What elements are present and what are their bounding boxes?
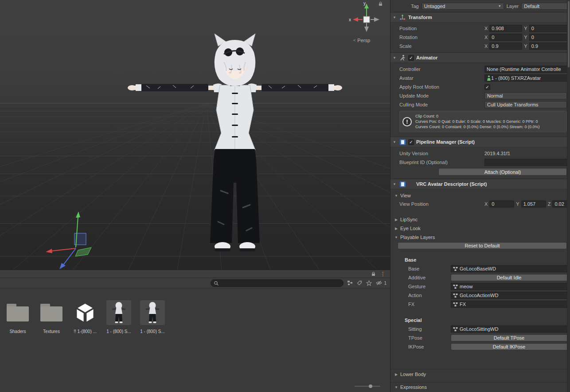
- asset-zoom-slider[interactable]: [355, 386, 380, 387]
- vrc-descriptor-header[interactable]: ▼ VRC Avatar Descriptor (Script): [390, 179, 567, 189]
- property-label: Rotation: [399, 35, 484, 40]
- project-content[interactable]: Shaders Textures !! 1-(800) ...: [0, 288, 390, 392]
- animator-header[interactable]: ▼ ✓ Animator: [390, 53, 567, 63]
- property-label: Unity Version: [399, 151, 484, 156]
- lower-body-foldout[interactable]: ▶ Lower Body: [390, 369, 567, 379]
- gizmo-y-label[interactable]: y: [363, 1, 366, 6]
- asset-unity-package[interactable]: !! 1-(800) ...: [71, 299, 99, 334]
- scene-view[interactable]: y x < Persp: [0, 0, 390, 270]
- asset-prefab-2[interactable]: 1 - (800) S...: [138, 299, 167, 334]
- asset-label: Shaders: [9, 329, 26, 334]
- lipsync-foldout[interactable]: ▶ LipSync: [390, 216, 567, 223]
- info-line: Clip Count: 0: [415, 114, 540, 119]
- asset-folder-shaders[interactable]: Shaders: [4, 299, 32, 334]
- button-label: Default Idle: [497, 275, 522, 280]
- animator-controller-icon: [453, 267, 458, 271]
- view-z-field[interactable]: 0.02: [552, 200, 567, 208]
- axis-label: Y: [524, 26, 527, 31]
- axis-gizmo: [46, 212, 91, 269]
- button-label: Reset to Default: [465, 243, 500, 248]
- apply-root-motion-checkbox[interactable]: ✓: [484, 84, 490, 90]
- check-icon: ✓: [409, 55, 413, 60]
- panel-lock-icon[interactable]: [371, 271, 376, 276]
- axis-label: Y: [524, 43, 527, 49]
- scrollbar-thumb[interactable]: [568, 1, 570, 67]
- foldout-label: View: [400, 193, 411, 198]
- eye-look-foldout[interactable]: ▶ Eye Look: [390, 224, 567, 232]
- property-label: View Position: [399, 201, 484, 207]
- animator-controller-icon: [453, 293, 458, 298]
- fx-controller-field[interactable]: FX: [451, 301, 567, 308]
- search-input[interactable]: [211, 279, 344, 287]
- gesture-controller-field[interactable]: meow: [451, 283, 567, 290]
- scale-y-field[interactable]: 0.9: [529, 43, 567, 50]
- script-icon: [399, 138, 406, 145]
- scene-canvas: y x: [0, 0, 390, 270]
- button-label: Attach (Optional): [484, 169, 521, 175]
- update-mode-dropdown[interactable]: Normal: [484, 92, 567, 99]
- transform-header[interactable]: ▼ Transform: [390, 12, 567, 23]
- foldout-icon[interactable]: ▼: [392, 182, 397, 186]
- gizmo-lock-icon[interactable]: [378, 1, 383, 6]
- property-label: Blueprint ID (Optional): [399, 160, 484, 165]
- rotation-y-field[interactable]: 0: [529, 34, 567, 41]
- search-by-label-icon[interactable]: [357, 280, 362, 286]
- foldout-icon[interactable]: ▼: [392, 56, 397, 60]
- additive-default-button[interactable]: Default Idle: [451, 274, 567, 281]
- inspector-scrollbar[interactable]: [567, 0, 570, 392]
- tpose-default-button[interactable]: Default TPose: [451, 334, 567, 341]
- expressions-foldout[interactable]: ▼ Expressions: [390, 382, 567, 392]
- layer-dropdown[interactable]: Default: [521, 3, 567, 10]
- culling-mode-dropdown[interactable]: Cull Update Transforms: [484, 101, 567, 108]
- blueprint-id-field[interactable]: [484, 159, 567, 166]
- vrc-avatar-descriptor-component: ▼ VRC Avatar Descriptor (Script) ▼ View …: [390, 179, 567, 392]
- position-y-field[interactable]: 0: [529, 25, 567, 32]
- search-by-type-icon[interactable]: [347, 280, 353, 286]
- property-label: Controller: [399, 67, 484, 72]
- zoom-slider-knob[interactable]: [369, 384, 372, 388]
- property-label: Gesture: [408, 284, 451, 289]
- pipeline-enabled-checkbox[interactable]: ✓: [408, 139, 414, 145]
- asset-folder-textures[interactable]: Textures: [37, 299, 66, 334]
- avatar-object-field[interactable]: 1 - (800) STXRZAvatar: [484, 74, 567, 82]
- attach-button[interactable]: Attach (Optional): [438, 168, 567, 176]
- action-controller-field[interactable]: GoLocoActionWD: [451, 292, 567, 299]
- tag-dropdown[interactable]: Untagged ▼: [422, 3, 504, 10]
- sitting-layer-row: Sitting GoLocoSittingWD: [390, 325, 567, 333]
- scene-orientation-gizmo[interactable]: y x: [349, 1, 379, 32]
- panel-menu-icon[interactable]: ⋮: [380, 271, 386, 277]
- script-icon: [399, 180, 406, 188]
- perspective-toggle[interactable]: < Persp: [353, 38, 370, 43]
- base-controller-field[interactable]: GoLocoBaseWD: [451, 265, 567, 272]
- component-title: Animator: [416, 55, 437, 60]
- animator-controller-icon: [453, 327, 458, 332]
- view-y-field[interactable]: 1.057: [521, 200, 546, 208]
- asset-label: 1 - (800) S...: [140, 329, 165, 334]
- pipeline-manager-header[interactable]: ▼ ✓ Pipeline Manager (Script): [390, 137, 567, 147]
- reset-to-default-button[interactable]: Reset to Default: [398, 242, 567, 249]
- rotation-x-field[interactable]: 0: [489, 34, 522, 41]
- field-value: 0.02: [554, 201, 564, 207]
- animator-enabled-checkbox[interactable]: ✓: [408, 55, 414, 61]
- foldout-icon[interactable]: ▼: [392, 140, 397, 144]
- view-x-field[interactable]: 0: [489, 200, 514, 208]
- field-value: 0.908: [492, 26, 504, 31]
- axis-label: X: [484, 201, 488, 207]
- save-search-star-icon[interactable]: [366, 280, 372, 286]
- ikpose-default-button[interactable]: Default IKPose: [451, 343, 567, 350]
- property-label: Culling Mode: [399, 102, 484, 107]
- culling-mode-row: Culling Mode Cull Update Transforms: [390, 100, 567, 109]
- view-foldout[interactable]: ▼ View: [390, 192, 567, 200]
- position-x-field[interactable]: 0.908: [489, 25, 522, 32]
- controller-row: Controller None (Runtime Animator Contro…: [390, 65, 567, 74]
- dropdown-value: Normal: [487, 93, 503, 98]
- controller-object-field[interactable]: None (Runtime Animator Controlle: [484, 66, 567, 73]
- base-section-header: Base: [390, 254, 567, 264]
- scale-x-field[interactable]: 0.9: [489, 43, 522, 50]
- foldout-icon[interactable]: ▼: [392, 16, 397, 20]
- asset-prefab-1[interactable]: 1 - (800) S...: [105, 299, 133, 334]
- gizmo-x-label[interactable]: x: [349, 17, 351, 22]
- hidden-count-eye-icon[interactable]: [376, 280, 382, 286]
- playable-layers-foldout[interactable]: ▼ Playable Layers: [390, 233, 567, 241]
- sitting-controller-field[interactable]: GoLocoSittingWD: [451, 325, 567, 333]
